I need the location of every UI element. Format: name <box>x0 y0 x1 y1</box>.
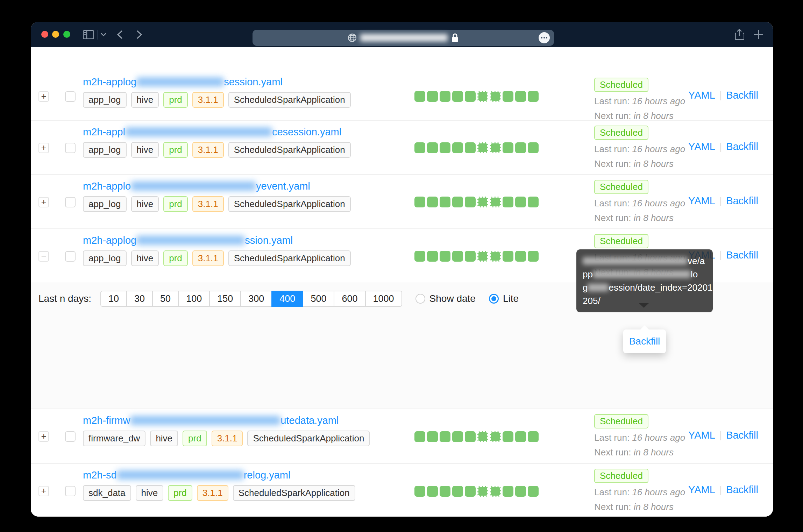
chevron-down-icon[interactable] <box>101 22 106 47</box>
row-title-link[interactable]: m2h-applogsession.yaml <box>83 76 351 88</box>
back-icon[interactable] <box>117 22 123 47</box>
last-run-label: Last run: <box>594 96 630 106</box>
radio-show-date[interactable]: Show date <box>415 293 476 304</box>
row-actions: YAML|Backfill <box>688 90 758 101</box>
yaml-link[interactable]: YAML <box>688 484 715 496</box>
row-tags: app_loghiveprd3.1.1ScheduledSparkApplica… <box>83 196 351 212</box>
address-bar[interactable] <box>253 30 554 46</box>
strip-day-square <box>414 91 425 102</box>
strip-day-square <box>515 197 526 207</box>
row-titleblock: m2h-apployevent.yamlapp_loghiveprd3.1.1S… <box>83 180 351 212</box>
row-titleblock: m2h-sdrelog.yamlsdk_datahiveprd3.1.1Sche… <box>83 469 355 501</box>
status-badge: Scheduled <box>594 414 648 428</box>
history-controls: Last n days: 103050100150300400500600100… <box>38 290 519 307</box>
row-schedule-info: ScheduledLast run: 16 hours agoNext run:… <box>594 180 689 224</box>
zoom-button[interactable] <box>63 31 70 38</box>
row-status-strip <box>414 142 539 153</box>
ellipsis-icon[interactable] <box>539 32 550 43</box>
row-schedule-info: ScheduledLast run: 16 hours agoNext run:… <box>594 414 689 458</box>
expand-button[interactable]: + <box>38 486 49 496</box>
days-option-500[interactable]: 500 <box>303 291 334 307</box>
days-option-100[interactable]: 100 <box>178 291 210 307</box>
yaml-link[interactable]: YAML <box>688 90 715 101</box>
backfill-popover-button[interactable]: Backfill <box>629 336 660 347</box>
minimize-button[interactable] <box>52 31 59 38</box>
tag-app_log: app_log <box>83 142 127 158</box>
row-checkbox[interactable] <box>65 486 76 496</box>
tooltip-text: g <box>583 282 588 293</box>
title-blurred-segment <box>125 127 272 136</box>
table-row: +m2h-applcesession.yamlapp_loghiveprd3.1… <box>31 120 773 174</box>
row-checkbox[interactable] <box>65 197 76 207</box>
link-divider: | <box>719 141 722 152</box>
row-checkbox[interactable] <box>65 431 76 442</box>
tag-3.1.1: 3.1.1 <box>212 431 243 446</box>
strip-day-square <box>528 486 539 497</box>
backfill-link[interactable]: Backfill <box>726 430 758 441</box>
title-prefix: m2h-applo <box>83 180 131 192</box>
strip-day-square <box>490 486 501 497</box>
strip-day-square <box>515 486 526 497</box>
yaml-link[interactable]: YAML <box>688 195 715 207</box>
status-badge: Scheduled <box>594 234 648 248</box>
title-prefix: m2h-applog <box>83 76 136 87</box>
row-title-link[interactable]: m2h-firmwutedata.yaml <box>83 415 370 426</box>
tooltip-line: gession/date_index=20201 <box>583 281 706 294</box>
share-icon[interactable] <box>734 22 744 47</box>
sidebar-icon[interactable] <box>83 22 94 47</box>
row-checkbox[interactable] <box>65 251 76 262</box>
backfill-link[interactable]: Backfill <box>726 249 758 261</box>
days-option-400[interactable]: 400 <box>271 291 303 307</box>
strip-day-square <box>503 91 513 102</box>
tag-ScheduledSparkApplication: ScheduledSparkApplication <box>247 431 370 446</box>
strip-day-square <box>503 142 513 153</box>
last-run-label: Last run: <box>594 144 630 154</box>
row-schedule-info: ScheduledLast run: 16 hours agoNext run:… <box>594 469 689 512</box>
row-title-link[interactable]: m2h-applcesession.yaml <box>83 126 351 138</box>
days-option-10[interactable]: 10 <box>100 291 127 307</box>
lock-icon <box>451 33 459 43</box>
tag-hive: hive <box>131 196 159 212</box>
strip-day-square <box>477 197 488 207</box>
strip-day-square <box>515 431 526 442</box>
next-run-text: Next run: in 8 hours <box>594 447 689 458</box>
radio-group: Show dateLite <box>402 293 519 304</box>
row-title-link[interactable]: m2h-applogssion.yaml <box>83 235 351 246</box>
expand-button[interactable]: + <box>38 143 49 153</box>
row-title-link[interactable]: m2h-sdrelog.yaml <box>83 469 355 481</box>
backfill-link[interactable]: Backfill <box>726 90 758 101</box>
backfill-link[interactable]: Backfill <box>726 484 758 496</box>
yaml-link[interactable]: YAML <box>688 141 715 152</box>
backfill-link[interactable]: Backfill <box>726 195 758 207</box>
backfill-link[interactable]: Backfill <box>726 141 758 152</box>
forward-icon[interactable] <box>136 22 142 47</box>
row-checkbox[interactable] <box>65 91 76 102</box>
tag-prd: prd <box>183 431 207 446</box>
expand-button[interactable]: + <box>38 431 49 442</box>
row-checkbox[interactable] <box>65 143 76 153</box>
days-option-300[interactable]: 300 <box>240 291 272 307</box>
row-title-link[interactable]: m2h-apployevent.yaml <box>83 180 351 192</box>
last-run-value: 16 hours ago <box>632 144 685 154</box>
expand-button[interactable]: + <box>38 197 49 207</box>
days-option-150[interactable]: 150 <box>209 291 241 307</box>
close-button[interactable] <box>41 31 48 38</box>
strip-day-square <box>440 197 450 207</box>
tag-firmware_dw: firmware_dw <box>83 431 145 446</box>
days-option-1000[interactable]: 1000 <box>365 291 402 307</box>
strip-day-square <box>528 142 539 153</box>
days-option-30[interactable]: 30 <box>126 291 153 307</box>
new-tab-icon[interactable] <box>754 22 763 47</box>
strip-day-square <box>465 142 476 153</box>
collapse-button[interactable]: − <box>38 251 49 262</box>
yaml-link[interactable]: YAML <box>688 430 715 441</box>
expand-button[interactable]: + <box>38 91 49 102</box>
days-option-600[interactable]: 600 <box>334 291 365 307</box>
days-option-50[interactable]: 50 <box>152 291 179 307</box>
radio-lite[interactable]: Lite <box>489 293 519 304</box>
radio-selected-icon <box>489 294 499 304</box>
tooltip-blurred-segment <box>593 270 691 278</box>
strip-day-square <box>427 197 438 207</box>
row-actions: YAML|Backfill <box>688 195 758 207</box>
strip-day-square <box>477 251 488 262</box>
